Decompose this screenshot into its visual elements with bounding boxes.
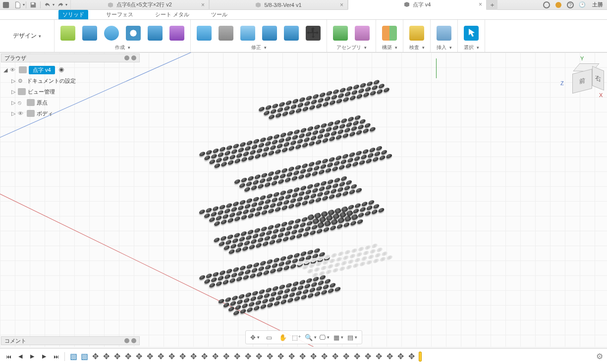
ribbon-group-label[interactable]: 選択 bbox=[464, 44, 479, 51]
document-tab-active[interactable]: 点字 v4 × bbox=[348, 0, 487, 10]
ribbon-tab-sheetmetal[interactable]: シート メタル bbox=[151, 10, 193, 19]
expand-icon[interactable]: ▷ bbox=[11, 100, 16, 106]
file-menu-button[interactable] bbox=[12, 0, 24, 10]
activate-radio[interactable] bbox=[59, 67, 64, 72]
timeline-feature[interactable]: ✥ bbox=[265, 352, 274, 361]
timeline-feature[interactable]: ✥ bbox=[221, 352, 230, 361]
revolve-button[interactable] bbox=[103, 25, 120, 42]
viewcube-front[interactable]: 前 bbox=[572, 69, 592, 94]
timeline-feature[interactable]: ✥ bbox=[189, 352, 198, 361]
expand-icon[interactable]: ▷ bbox=[11, 78, 16, 84]
move-button[interactable] bbox=[305, 25, 322, 42]
close-tab-icon[interactable]: × bbox=[479, 1, 482, 8]
fillet-button[interactable] bbox=[218, 25, 234, 42]
select-button[interactable] bbox=[463, 25, 480, 42]
shell-button[interactable] bbox=[261, 25, 278, 42]
timeline-feature[interactable]: ✥ bbox=[156, 352, 165, 361]
create-form-button[interactable] bbox=[168, 25, 185, 42]
app-menu-button[interactable] bbox=[0, 0, 12, 10]
presspull-button[interactable] bbox=[196, 25, 213, 42]
timeline-feature[interactable]: ✥ bbox=[287, 352, 296, 361]
ribbon-tab-tools[interactable]: ツール bbox=[207, 10, 231, 19]
timeline-feature[interactable]: ✥ bbox=[91, 352, 100, 361]
expand-icon[interactable]: ▷ bbox=[11, 110, 16, 117]
job-status-icon[interactable] bbox=[554, 1, 562, 9]
lookat-button[interactable]: ▭ bbox=[264, 332, 275, 342]
zoom-button[interactable]: 🔍 bbox=[305, 332, 316, 342]
timeline-feature[interactable]: ✥ bbox=[134, 352, 143, 361]
document-tab[interactable]: 点字6点×5文字×2行 v2 × bbox=[70, 0, 209, 10]
grid-settings-button[interactable]: ▦ bbox=[333, 332, 344, 342]
timeline-feature[interactable]: ✥ bbox=[363, 352, 372, 361]
timeline-feature[interactable]: ✥ bbox=[211, 352, 220, 361]
chamfer-button[interactable] bbox=[239, 25, 256, 42]
timeline-feature[interactable]: ✥ bbox=[385, 352, 394, 361]
pin-icon[interactable] bbox=[131, 55, 136, 60]
visibility-icon[interactable]: 👁 bbox=[18, 110, 25, 116]
expand-icon[interactable]: ▷ bbox=[11, 89, 16, 95]
pan-button[interactable]: ✋ bbox=[277, 332, 288, 342]
ribbon-group-label[interactable]: アセンブリ bbox=[336, 44, 367, 51]
measure-button[interactable] bbox=[408, 25, 425, 42]
ribbon-group-label[interactable]: 構築 bbox=[382, 44, 397, 51]
new-tab-button[interactable]: ＋ bbox=[487, 0, 497, 10]
add-comment-icon[interactable] bbox=[124, 338, 129, 343]
timeline-feature[interactable]: ✥ bbox=[374, 352, 383, 361]
ribbon-tab-solid[interactable]: ソリッド bbox=[58, 10, 88, 19]
help-icon[interactable]: ? bbox=[566, 1, 574, 9]
timeline-feature[interactable]: ✥ bbox=[407, 352, 416, 361]
file-menu-caret[interactable]: ▾ bbox=[23, 2, 25, 7]
timeline-feature[interactable]: ✥ bbox=[341, 352, 350, 361]
timeline-settings-icon[interactable]: ⚙ bbox=[596, 352, 603, 361]
timeline-feature[interactable]: ✥ bbox=[167, 352, 176, 361]
view-cube[interactable]: 前 右 Y X Z bbox=[569, 64, 601, 96]
timeline-playhead[interactable] bbox=[419, 352, 422, 362]
timeline-to-start[interactable]: ⏮ bbox=[4, 352, 13, 361]
undo-button[interactable] bbox=[42, 0, 54, 10]
close-tab-icon[interactable]: × bbox=[340, 1, 343, 8]
display-settings-button[interactable]: 🖵 bbox=[319, 332, 330, 342]
timeline-to-end[interactable]: ⏭ bbox=[52, 352, 60, 361]
timeline-feature[interactable]: ✥ bbox=[254, 352, 263, 361]
orbit-button[interactable]: ✥ bbox=[250, 332, 261, 342]
visibility-off-icon[interactable]: ⦸ bbox=[18, 100, 25, 106]
user-name[interactable]: 土勝 bbox=[592, 1, 603, 8]
timeline-feature[interactable]: ▧ bbox=[69, 352, 78, 361]
browser-item[interactable]: ▷ 👁 ボディ bbox=[2, 108, 139, 119]
comments-panel[interactable]: コメント bbox=[1, 336, 140, 345]
timeline-feature[interactable]: ✥ bbox=[352, 352, 361, 361]
timeline-feature[interactable]: ✥ bbox=[298, 352, 307, 361]
close-tab-icon[interactable]: × bbox=[201, 1, 205, 8]
workspace-switcher[interactable]: デザイン▾ bbox=[0, 20, 55, 52]
pattern-button[interactable] bbox=[147, 25, 164, 42]
redo-button[interactable] bbox=[55, 0, 66, 10]
plane-button[interactable] bbox=[381, 25, 398, 42]
timeline-prev[interactable]: ◀ bbox=[16, 352, 25, 361]
timeline-feature[interactable]: ✥ bbox=[396, 352, 405, 361]
timeline-feature[interactable]: ✥ bbox=[200, 352, 209, 361]
browser-root[interactable]: ◢ 👁 点字 v4 bbox=[2, 64, 139, 75]
browser-header[interactable]: ブラウザ bbox=[1, 53, 140, 62]
ribbon-group-label[interactable]: 挿入 bbox=[437, 44, 452, 51]
timeline-feature[interactable]: ✥ bbox=[232, 352, 241, 361]
timeline-feature[interactable]: ✥ bbox=[276, 352, 285, 361]
collapse-icon[interactable] bbox=[124, 55, 129, 60]
collapse-icon[interactable] bbox=[131, 338, 136, 343]
extensions-icon[interactable] bbox=[543, 1, 551, 9]
document-tab[interactable]: 5/8-3/8-Ver4 v1 × bbox=[209, 0, 348, 10]
visibility-icon[interactable]: 👁 bbox=[10, 67, 17, 73]
timeline-feature[interactable]: ✥ bbox=[145, 352, 154, 361]
timeline-next[interactable]: ▶ bbox=[40, 352, 49, 361]
timeline-feature[interactable]: ✥ bbox=[102, 352, 110, 361]
viewport-layout-button[interactable]: ▤ bbox=[347, 332, 358, 342]
extrude-button[interactable] bbox=[81, 25, 98, 42]
timeline-feature[interactable]: ▧ bbox=[80, 352, 89, 361]
timeline-feature[interactable]: ✥ bbox=[178, 352, 187, 361]
timeline-feature[interactable]: ✥ bbox=[331, 352, 339, 361]
ribbon-group-label[interactable]: 修正 bbox=[251, 44, 267, 51]
insert-button[interactable] bbox=[436, 25, 452, 42]
ribbon-group-label[interactable]: 検査 bbox=[409, 44, 425, 51]
ribbon-group-label[interactable]: 作成 bbox=[115, 44, 130, 51]
timeline-feature[interactable]: ✥ bbox=[309, 352, 318, 361]
timeline-feature[interactable]: ✥ bbox=[123, 352, 132, 361]
